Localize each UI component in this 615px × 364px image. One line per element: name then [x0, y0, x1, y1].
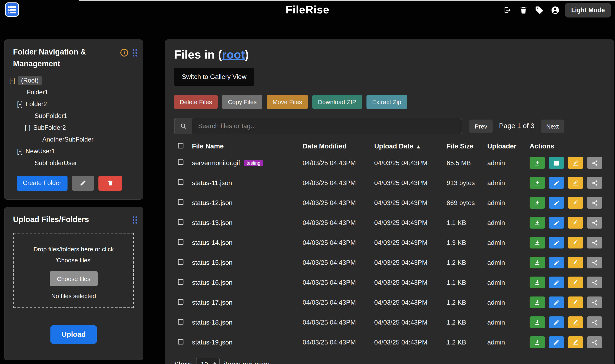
next-page-button[interactable]: Next [541, 119, 564, 133]
row-checkbox[interactable] [178, 259, 183, 265]
rename-button[interactable] [568, 197, 583, 209]
folder-tree-item[interactable]: [-] SubFolder2 [4, 122, 139, 134]
tree-label[interactable]: NewUser1 [26, 148, 55, 155]
preview-image-button[interactable] [549, 157, 564, 169]
tree-label[interactable]: SubFolderUser [35, 160, 77, 167]
switch-gallery-view-button[interactable]: Switch to Gallery View [174, 68, 254, 86]
root-folder-link[interactable]: root [222, 48, 245, 61]
bulk-delete-files-button[interactable]: Delete Files [174, 95, 218, 109]
download-button[interactable] [530, 297, 545, 309]
download-button[interactable] [530, 157, 545, 169]
file-name-link[interactable]: servermonitor.gif [192, 159, 240, 167]
tree-label[interactable]: SubFolder1 [35, 112, 67, 120]
share-button[interactable] [587, 177, 602, 189]
delete-folder-button[interactable] [98, 176, 122, 191]
file-name-link[interactable]: status-15.json [192, 259, 233, 266]
rename-button[interactable] [568, 337, 583, 348]
edit-button[interactable] [549, 297, 564, 309]
col-upload-date[interactable]: Upload Date▲ [374, 142, 447, 150]
bulk-extract-zip-button[interactable]: Extract Zip [366, 95, 407, 109]
download-button[interactable] [530, 177, 545, 189]
download-button[interactable] [530, 317, 545, 328]
edit-button[interactable] [549, 237, 564, 249]
file-name-link[interactable]: status-13.json [192, 219, 233, 227]
row-checkbox[interactable] [178, 239, 183, 245]
share-button[interactable] [587, 297, 602, 309]
share-button[interactable] [587, 157, 602, 169]
folder-tree-item[interactable]: [-] (Root) [4, 75, 139, 87]
tree-toggle[interactable]: [-] [17, 148, 23, 155]
tree-toggle[interactable]: [-] [25, 124, 30, 131]
share-button[interactable] [587, 217, 602, 229]
share-button[interactable] [587, 197, 602, 209]
download-button[interactable] [530, 277, 545, 288]
edit-button[interactable] [549, 217, 564, 229]
share-button[interactable] [587, 337, 602, 348]
logout-icon[interactable] [502, 4, 514, 17]
user-icon[interactable] [549, 4, 562, 17]
rename-button[interactable] [568, 277, 583, 288]
download-button[interactable] [530, 217, 545, 229]
edit-button[interactable] [549, 177, 564, 189]
share-button[interactable] [587, 237, 602, 249]
download-button[interactable] [530, 197, 545, 209]
search-input[interactable] [192, 118, 462, 134]
file-name-link[interactable]: status-16.json [192, 279, 233, 286]
row-checkbox[interactable] [178, 219, 183, 225]
edit-button[interactable] [549, 277, 564, 288]
light-mode-button[interactable]: Light Mode [565, 3, 611, 17]
rename-button[interactable] [568, 157, 583, 169]
folder-tree-item[interactable]: AnotherSubFolder [4, 134, 139, 146]
folder-tree-item[interactable]: [-] Folder2 [4, 98, 139, 110]
tree-label[interactable]: Folder2 [26, 101, 47, 108]
dropzone[interactable]: Drop files/folders here or click 'Choose… [13, 233, 134, 308]
tree-label[interactable]: Folder1 [27, 89, 48, 96]
drag-handle-icon[interactable] [133, 49, 137, 56]
file-name-link[interactable]: status-19.json [192, 339, 233, 346]
edit-button[interactable] [549, 317, 564, 328]
bulk-download-zip-button[interactable]: Download ZIP [312, 95, 362, 109]
col-date-modified[interactable]: Date Modified [303, 142, 374, 150]
row-checkbox[interactable] [178, 179, 183, 185]
rename-button[interactable] [568, 257, 583, 269]
drag-handle-icon[interactable] [133, 216, 137, 224]
tree-label[interactable]: AnotherSubFolder [42, 136, 93, 143]
col-file-name[interactable]: File Name [192, 142, 303, 150]
share-button[interactable] [587, 277, 602, 288]
folder-tree-item[interactable]: SubFolderUser [4, 157, 139, 169]
edit-button[interactable] [549, 337, 564, 348]
items-per-page-select[interactable]: 10 [196, 358, 220, 364]
download-button[interactable] [530, 257, 545, 269]
select-all-checkbox[interactable] [178, 143, 183, 148]
prev-page-button[interactable]: Prev [469, 119, 493, 133]
rename-button[interactable] [568, 217, 583, 229]
folder-tree-item[interactable]: [-] NewUser1 [4, 146, 139, 157]
tree-toggle[interactable]: [-] [17, 101, 23, 108]
folder-tree-item[interactable]: SubFolder1 [4, 110, 139, 122]
trash-icon[interactable] [518, 4, 530, 17]
upload-button[interactable]: Upload [51, 325, 97, 344]
bulk-copy-files-button[interactable]: Copy Files [222, 95, 262, 109]
tree-toggle[interactable]: [-] [9, 77, 15, 84]
tag-icon[interactable] [534, 4, 546, 17]
choose-files-button[interactable]: Choose files [49, 271, 98, 286]
row-checkbox[interactable] [178, 279, 183, 285]
file-name-link[interactable]: status-11.json [192, 179, 232, 187]
row-checkbox[interactable] [178, 339, 183, 344]
info-icon[interactable] [120, 49, 128, 56]
bulk-move-files-button[interactable]: Move Files [267, 95, 308, 109]
rename-button[interactable] [568, 177, 583, 189]
share-button[interactable] [587, 257, 602, 269]
row-checkbox[interactable] [178, 159, 183, 165]
tree-label[interactable]: (Root) [18, 76, 42, 85]
file-name-link[interactable]: status-14.json [192, 239, 233, 247]
row-checkbox[interactable] [178, 299, 183, 305]
rename-button[interactable] [568, 317, 583, 328]
file-name-link[interactable]: status-17.json [192, 299, 233, 306]
create-folder-button[interactable]: Create Folder [17, 176, 67, 191]
col-file-size[interactable]: File Size [447, 142, 487, 150]
rename-folder-button[interactable] [72, 176, 94, 191]
file-name-link[interactable]: status-12.json [192, 199, 233, 207]
row-checkbox[interactable] [178, 319, 183, 325]
edit-button[interactable] [549, 257, 564, 269]
